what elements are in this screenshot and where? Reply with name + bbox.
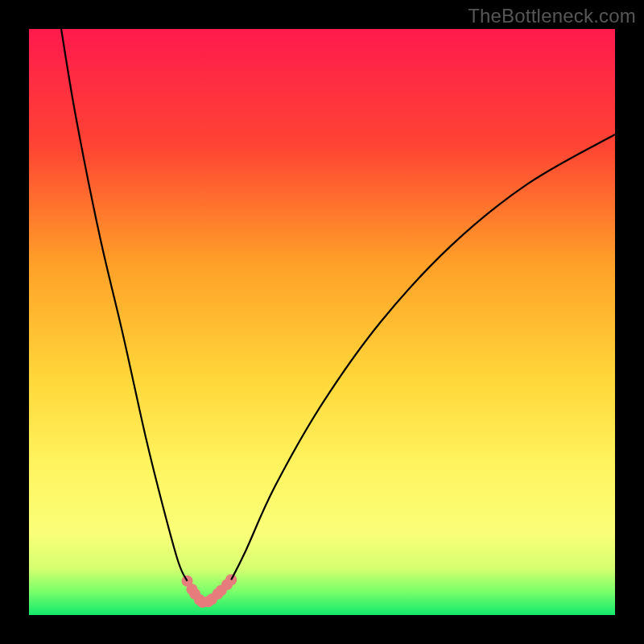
plot-background bbox=[29, 29, 615, 615]
bottleneck-chart bbox=[0, 0, 644, 644]
chart-frame: TheBottleneck.com bbox=[0, 0, 644, 644]
